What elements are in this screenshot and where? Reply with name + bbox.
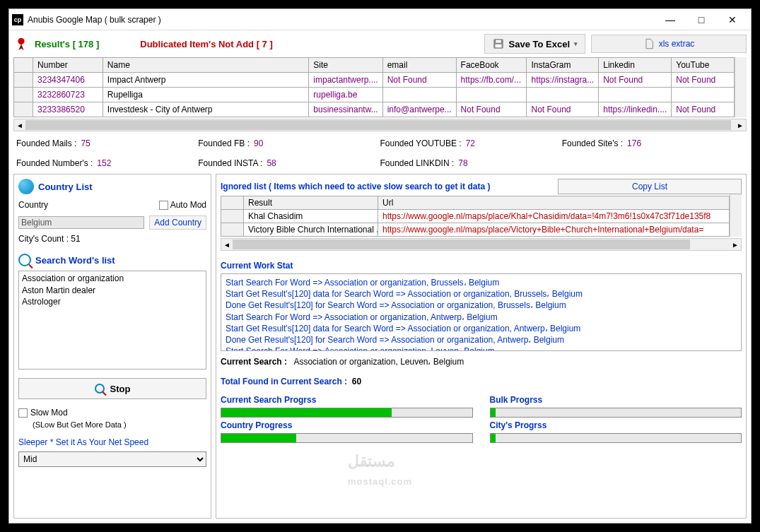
stat-fb-value: 90 (254, 138, 263, 148)
ignored-table[interactable]: Result Url Khal Chasidimhttps://www.goog… (221, 196, 730, 237)
stop-label: Stop (110, 384, 131, 394)
svg-rect-2 (495, 45, 501, 48)
main-window: cp Anubis Google Map ( bulk scraper ) — … (8, 8, 752, 524)
save-icon (492, 37, 505, 50)
country-list-label: Country List (38, 182, 93, 192)
log-line: Start Search For Word => Association or … (226, 277, 737, 288)
scroll-right-icon[interactable]: ► (735, 122, 746, 129)
bulk-progress-label: Bulk Progrss (490, 395, 742, 405)
xls-label: xls extrac (659, 39, 695, 49)
sleeper-label: Sleeper * Set it As Your Net Speed (18, 437, 206, 447)
log-line: Done Get Result's[120] for Search Word =… (226, 300, 737, 311)
scroll-left-icon[interactable]: ◄ (221, 241, 233, 249)
scroll-left-icon[interactable]: ◄ (14, 122, 25, 129)
search-icon-small (95, 384, 105, 394)
stop-button[interactable]: Stop (18, 378, 206, 399)
app-icon: cp (12, 14, 23, 25)
table-row[interactable]: 3234347406Impact Antwerpimpactantwerp...… (14, 73, 735, 88)
col-site[interactable]: Site (309, 58, 382, 73)
list-item[interactable]: Association or organization (22, 273, 203, 284)
maximize-button[interactable]: □ (686, 10, 717, 30)
col-instagram[interactable]: InstaGram (527, 58, 599, 73)
progress-grid: Current Search Progrss Bulk Progrss Coun… (221, 395, 742, 443)
svg-rect-3 (496, 40, 501, 43)
total-found-value: 60 (352, 377, 361, 386)
save-to-excel-button[interactable]: Save To Excel ▾ (484, 34, 585, 54)
country-label: Country (18, 200, 48, 210)
log-line: Start Get Result's[120] data for Search … (226, 323, 737, 334)
stat-sites-value: 176 (627, 138, 641, 148)
country-progress-label: Country Progress (221, 420, 473, 430)
stat-fb-label: Founded FB : (198, 138, 250, 148)
xls-extract-button[interactable]: xls extrac (591, 35, 747, 53)
table-row[interactable]: Khal Chasidimhttps://www.google.nl/maps/… (221, 210, 730, 223)
list-item[interactable]: Aston Martin dealer (22, 285, 203, 296)
globe-icon (18, 179, 34, 194)
minimize-button[interactable]: — (655, 10, 686, 30)
close-button[interactable]: ✕ (717, 10, 748, 30)
auto-mod-checkbox[interactable] (159, 201, 168, 210)
lower-panel: Country List Country Auto Mod Belgium Ad… (9, 170, 751, 523)
col-facebook[interactable]: FaceBook (456, 58, 527, 73)
save-label: Save To Excel (509, 39, 570, 49)
scroll-right-icon[interactable]: ► (730, 241, 741, 249)
slow-mod-checkbox[interactable] (18, 408, 28, 418)
country-select[interactable]: Belgium (18, 216, 144, 229)
log-line: Start Search For Word => Association or … (226, 312, 737, 323)
results-count: Result's [ 178 ] (35, 39, 99, 49)
city-progress-bar (490, 433, 742, 443)
log-line: Start Search For Word => Association or … (226, 345, 737, 351)
col-rowheader[interactable] (14, 58, 33, 73)
auto-mod-label: Auto Mod (170, 200, 206, 210)
copy-list-button[interactable]: Copy List (558, 179, 742, 194)
current-search-progress-bar (221, 408, 473, 418)
ignored-col-url[interactable]: Url (378, 196, 730, 210)
sleeper-select[interactable]: Mid (18, 451, 206, 467)
search-words-list[interactable]: Association or organizationAston Martin … (18, 271, 206, 370)
results-vscrollbar[interactable] (735, 57, 747, 117)
stat-youtube-value: 72 (466, 138, 475, 148)
stat-youtube-label: Founded YOUTUBE : (380, 138, 462, 148)
col-number[interactable]: Number (33, 58, 103, 73)
col-youtube[interactable]: YouTube (672, 58, 735, 73)
log-line: Done Get Result's[120] for Search Word =… (226, 334, 737, 345)
total-found-label: Total Found in Current Search : (221, 377, 347, 386)
current-search-progress-label: Current Search Progrss (221, 395, 473, 405)
city-progress-label: City's Progrss (490, 420, 742, 430)
ignored-hscrollbar[interactable]: ◄ ► (221, 238, 742, 251)
stat-linkedin-label: Founded LINKDIN : (380, 158, 455, 168)
ignored-col-rowheader[interactable] (221, 196, 244, 210)
stat-sites-label: Founded Site's : (562, 138, 623, 148)
search-words-label: Search Word's list (35, 255, 115, 266)
right-column: Ignored list ( Items which need to activ… (216, 174, 747, 519)
results-icon (13, 36, 29, 52)
col-name[interactable]: Name (103, 58, 308, 73)
country-progress-bar (221, 433, 473, 443)
left-column: Country List Country Auto Mod Belgium Ad… (13, 174, 211, 519)
results-hscrollbar[interactable]: ◄ ► (13, 119, 747, 131)
current-search-value: Association or organization, Leuven، Bel… (293, 357, 464, 367)
table-row[interactable]: 3233386520Investdesk - City of Antwerpbu… (14, 102, 735, 117)
current-search-label: Current Search : (221, 357, 287, 367)
list-item[interactable]: Astrologer (22, 296, 203, 307)
table-row[interactable]: 3232860723Rupelligarupelliga.be (14, 88, 735, 102)
ignored-vscrollbar[interactable] (730, 194, 742, 237)
dropdown-caret-icon: ▾ (574, 40, 578, 47)
col-linkedin[interactable]: Linkedin (599, 58, 672, 73)
log-box[interactable]: Start Search For Word => Association or … (221, 273, 742, 351)
toolbar: Result's [ 178 ] Dublicated Item's Not A… (9, 30, 751, 57)
slow-mod-sublabel: (SLow But Get More Data ) (33, 420, 206, 429)
results-table[interactable]: Number Name Site email FaceBook InstaGra… (13, 57, 735, 117)
stat-mails-value: 75 (81, 138, 90, 148)
stat-linkedin-value: 78 (458, 158, 467, 168)
ignored-col-result[interactable]: Result (244, 196, 378, 210)
col-email[interactable]: email (382, 58, 456, 73)
ignored-list-label: Ignored list ( Items which need to activ… (221, 182, 555, 191)
stats-panel: Founded Mails :75 Founded FB :90 Founded… (9, 131, 751, 170)
table-row[interactable]: Victory Bible Church International ...ht… (221, 223, 730, 237)
slow-mod-label: Slow Mod (30, 408, 68, 418)
bulk-progress-bar (490, 408, 742, 418)
titlebar: cp Anubis Google Map ( bulk scraper ) — … (9, 9, 751, 30)
add-country-button[interactable]: Add Country (149, 215, 206, 230)
svg-point-0 (18, 38, 24, 45)
